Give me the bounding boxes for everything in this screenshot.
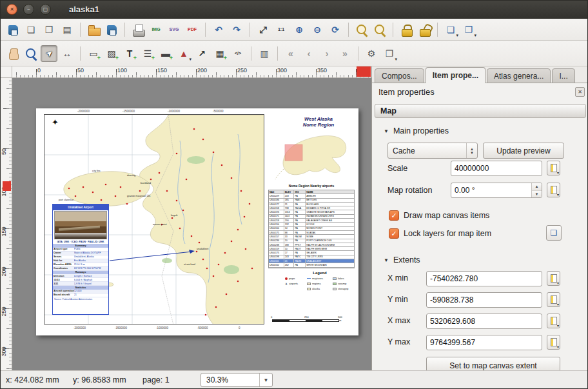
composer-canvas[interactable]: -2000000-1500000-1000000-500000 -2000000… <box>12 78 371 370</box>
airport-infobox[interactable]: Unalakleet Airport IATA: UNK · ICAO: PAU… <box>52 204 109 315</box>
settlement-dot <box>202 139 204 141</box>
export-image-icon[interactable]: IMG <box>148 21 164 38</box>
data-defined-override-button[interactable]: ▾ <box>547 335 560 350</box>
zoom-last-icon[interactable] <box>353 21 370 38</box>
atlas-previous-feature-icon[interactable]: ‹ <box>300 45 317 62</box>
zoom-actual-size-icon[interactable]: 1:1 <box>273 21 289 38</box>
collapse-arrow-icon: ▼ <box>384 257 389 263</box>
settlement-dot <box>224 252 226 254</box>
table-cell: US00198 <box>269 255 284 259</box>
spin-up-icon[interactable]: ▲ <box>532 183 542 191</box>
add-attribute-table-icon[interactable]: ▦+ <box>211 45 228 62</box>
atlas-export-icon[interactable]: ❐▾ <box>381 45 398 62</box>
unlock-all-items-icon[interactable] <box>416 21 433 38</box>
zoom-tool-icon[interactable] <box>23 45 39 62</box>
data-defined-override-button[interactable]: ▾ <box>547 161 560 175</box>
north-arrow-icon[interactable]: ✦ <box>52 117 59 127</box>
print-icon[interactable] <box>130 21 146 38</box>
cache-mode-select[interactable]: Cache ▲▼ <box>387 143 478 159</box>
extent-input[interactable]: -7540262.780 <box>426 271 542 286</box>
main-properties-toggle[interactable]: ▼ Main properties <box>384 126 449 136</box>
data-defined-override-button[interactable]: ▾ <box>547 271 560 286</box>
page-settings-icon[interactable]: ▥ <box>256 45 273 62</box>
save-project-icon[interactable] <box>5 21 21 38</box>
window-maximize-button[interactable]: ▢ <box>40 4 51 15</box>
data-defined-override-button[interactable]: ▾ <box>547 183 560 197</box>
panel-close-button[interactable]: ✕ <box>575 87 585 97</box>
select-move-item-icon[interactable]: ➤ <box>41 45 57 62</box>
undo-icon[interactable]: ↶ <box>210 21 227 38</box>
atlas-next-feature-icon[interactable]: › <box>318 45 335 62</box>
move-item-content-icon[interactable]: ↔ <box>59 45 75 62</box>
zoom-next-icon[interactable] <box>371 21 388 38</box>
data-defined-override-button[interactable]: ▾ <box>547 314 560 328</box>
table-cell: US00186 <box>269 199 284 202</box>
spin-down-icon[interactable]: ▼ <box>532 191 542 198</box>
window-close-button[interactable]: ✕ <box>6 4 17 15</box>
settlement-dot <box>176 153 178 155</box>
data-defined-override-button[interactable]: ▾ <box>547 292 560 307</box>
new-composition-icon[interactable]: ❏ <box>23 21 39 38</box>
legend-item-row: ✈airports <box>285 282 307 285</box>
redo-icon[interactable]: ↷ <box>228 21 245 38</box>
infobox-key: Direction <box>53 275 74 277</box>
atlas-last-feature-icon[interactable]: » <box>337 45 353 62</box>
visibility-presets-button[interactable]: ❏ <box>546 225 562 241</box>
export-svg-icon[interactable]: SVG <box>166 21 182 38</box>
overview-map[interactable] <box>273 126 355 183</box>
tab-atlasgenera[interactable]: Atlas genera... <box>487 68 551 83</box>
set-to-map-canvas-extent-button[interactable]: Set to map canvas extent <box>426 357 560 370</box>
tab-itemprope[interactable]: Item prope... <box>426 67 485 83</box>
extents-toggle[interactable]: ▼ Extents <box>384 255 420 265</box>
scalebar-item[interactable]: 0250500 km <box>272 316 339 324</box>
legend-label: lakes <box>338 277 344 280</box>
add-image-icon[interactable]: ▨+ <box>103 45 120 62</box>
table-header-cell: NAME <box>306 190 354 194</box>
extent-input[interactable]: -590828.738 <box>426 292 542 308</box>
map-rotation-spinbox[interactable]: 0.00 ° ▲▼ <box>451 183 542 198</box>
infobox-value: 21 ft / 6 m <box>74 263 108 266</box>
add-arrow-icon[interactable]: ↗ <box>193 45 210 62</box>
add-html-frame-icon[interactable]: </> <box>230 45 246 62</box>
zoom-level-select[interactable]: 30.3% ▼ <box>201 373 273 387</box>
table-cell: KOYUK <box>306 223 354 226</box>
window-minimize-button[interactable]: − <box>23 4 34 15</box>
table-cell: PA <box>294 239 306 243</box>
lock-layers-checkbox[interactable]: ✓ <box>389 228 399 239</box>
legend-item[interactable]: Legend popomajriverslakes✈airportsregion… <box>285 271 355 290</box>
tab-compos[interactable]: Compos... <box>375 68 424 83</box>
duplicate-composition-icon[interactable]: ❐ <box>41 21 57 38</box>
update-preview-button[interactable]: Update preview <box>483 143 564 159</box>
draw-canvas-items-checkbox[interactable]: ✓ <box>389 210 399 221</box>
lock-selected-items-icon[interactable] <box>398 21 415 38</box>
spin-buttons[interactable]: ▲▼ <box>531 183 542 197</box>
add-scalebar-icon[interactable]: ▬+ <box>157 45 174 62</box>
extent-input[interactable]: 9764399.567 <box>426 335 542 350</box>
load-template-icon[interactable] <box>85 21 102 38</box>
save-template-icon[interactable] <box>103 21 120 38</box>
atlas-preview-icon[interactable]: ⚙ <box>363 45 380 62</box>
arrange-items-icon[interactable]: ❐▾ <box>460 21 477 38</box>
scalebar-label: 250 <box>304 315 309 319</box>
add-label-icon[interactable]: T+ <box>121 45 138 62</box>
tab-i[interactable]: I... <box>552 68 574 83</box>
atlas-first-feature-icon[interactable]: « <box>282 45 299 62</box>
legend-item-row: popo <box>285 277 307 280</box>
zoom-out-icon[interactable]: ⊖ <box>309 21 326 38</box>
add-shape-icon[interactable]: ▲▾ <box>175 45 192 62</box>
composition-page[interactable]: -2000000-1500000-1000000-500000 -2000000… <box>36 108 358 335</box>
titlebar[interactable]: ✕ − ▢ alaska1 <box>1 1 587 19</box>
export-pdf-icon[interactable]: PDF <box>184 21 201 38</box>
airports-table[interactable]: NA3ELEVIKONAMEUS00229243PAAMBLERUS001861… <box>268 190 355 268</box>
table-cell: PAGA <box>294 206 306 210</box>
scale-input[interactable]: 40000000 <box>451 161 542 176</box>
extent-input[interactable]: 5320629.608 <box>426 314 542 329</box>
composition-manager-icon[interactable]: ▤ <box>59 21 75 38</box>
group-items-icon[interactable]: ❏▾ <box>442 21 459 38</box>
refresh-view-icon[interactable]: ⟳ <box>327 21 344 38</box>
add-legend-icon[interactable]: ☰+ <box>139 45 156 62</box>
pan-icon[interactable] <box>5 45 21 62</box>
zoom-in-icon[interactable]: ⊕ <box>291 21 308 38</box>
zoom-full-icon[interactable]: ⤢ <box>255 21 271 38</box>
add-map-icon[interactable]: ▭+ <box>85 45 102 62</box>
